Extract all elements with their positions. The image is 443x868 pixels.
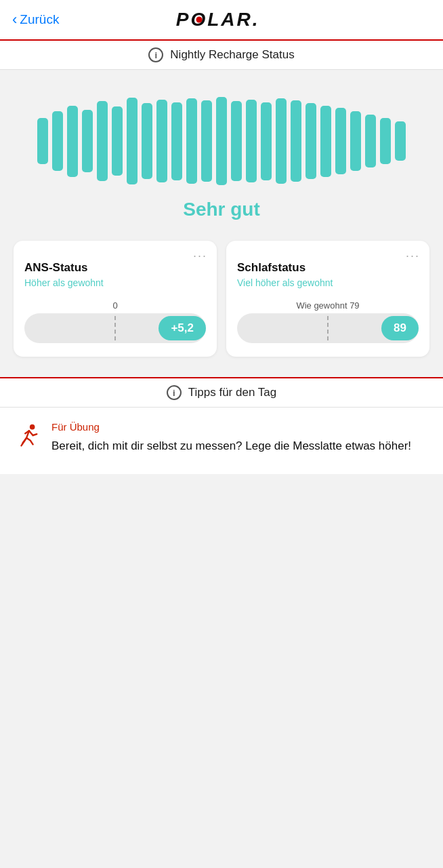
waveform-bar	[320, 106, 331, 177]
schlaf-dashed-line	[327, 316, 329, 340]
bottom-gray-area	[0, 474, 443, 623]
status-label: Sehr gut	[14, 199, 429, 220]
schlaf-track: 89	[237, 313, 419, 343]
waveform-bar	[201, 100, 212, 182]
waveform-bar	[67, 106, 78, 177]
main-content: Sehr gut ··· ANS-Status Höher als gewohn…	[0, 70, 443, 377]
ans-status-card: ··· ANS-Status Höher als gewohnt 0 +5,2	[14, 241, 217, 357]
schlaf-pill: 89	[381, 316, 419, 340]
waveform-bar	[261, 102, 272, 180]
waveform-bar	[291, 100, 301, 182]
tipps-info-icon[interactable]: i	[167, 385, 182, 400]
waveform-bar	[335, 108, 346, 174]
waveform-bar	[276, 98, 287, 184]
polar-logo-text: POLAR.	[176, 9, 260, 31]
info-bar-title: Nightly Recharge Status	[170, 48, 294, 62]
schlaf-baseline-label: Wie gewohnt 79	[237, 300, 419, 311]
svg-point-0	[30, 425, 35, 430]
info-bar: i Nightly Recharge Status	[0, 41, 443, 70]
ans-baseline-label: 0	[24, 300, 206, 311]
waveform-bar	[82, 110, 93, 172]
ans-track: +5,2	[24, 313, 206, 343]
tipps-category: Für Übung	[51, 421, 428, 433]
waveform-bar	[305, 103, 316, 179]
waveform-bar	[142, 103, 152, 179]
card-menu-schlaf[interactable]: ···	[406, 249, 420, 263]
tipps-bar-title: Tipps für den Tag	[188, 386, 276, 399]
schlaf-card-title: Schlafstatus	[237, 261, 419, 275]
waveform-visualization	[14, 90, 429, 199]
waveform-bar	[186, 98, 197, 184]
tipps-content: Für Übung Bereit, dich mit dir selbst zu…	[0, 408, 443, 474]
waveform-bar	[37, 118, 48, 164]
cards-row: ··· ANS-Status Höher als gewohnt 0 +5,2 …	[14, 241, 429, 357]
tipps-body: Bereit, dich mit dir selbst zu messen? L…	[51, 438, 428, 455]
tipps-text-block: Für Übung Bereit, dich mit dir selbst zu…	[51, 421, 428, 455]
back-chevron-icon: ‹	[12, 12, 17, 27]
back-button[interactable]: ‹ Zurück	[12, 12, 59, 27]
waveform-bar	[52, 111, 63, 171]
polar-logo: POLAR.	[176, 9, 260, 31]
waveform-bar	[127, 98, 138, 184]
waveform-bar	[365, 115, 376, 167]
waveform-bar	[216, 97, 227, 185]
waveform-bar	[380, 118, 391, 164]
waveform-bar	[395, 121, 406, 161]
schlaf-card-subtitle: Viel höher als gewohnt	[237, 277, 419, 288]
card-menu-ans[interactable]: ···	[193, 249, 207, 263]
ans-dashed-line	[114, 316, 116, 340]
ans-pill: +5,2	[159, 316, 206, 340]
ans-card-subtitle: Höher als gewohnt	[24, 277, 206, 288]
running-icon	[15, 422, 41, 448]
ans-card-title: ANS-Status	[24, 261, 206, 275]
waveform-bar	[231, 101, 242, 181]
waveform-bar	[246, 100, 257, 182]
waveform-bar	[97, 101, 108, 181]
info-icon[interactable]: i	[148, 47, 163, 62]
waveform-bar	[112, 106, 123, 176]
back-label: Zurück	[20, 12, 59, 27]
tipps-bar: i Tipps für den Tag	[0, 377, 443, 408]
waveform-bar	[350, 111, 361, 171]
waveform-bar	[171, 102, 182, 180]
waveform-bar	[156, 100, 167, 182]
schlaf-status-card: ··· Schlafstatus Viel höher als gewohnt …	[226, 241, 429, 357]
top-nav: ‹ Zurück POLAR.	[0, 0, 443, 41]
